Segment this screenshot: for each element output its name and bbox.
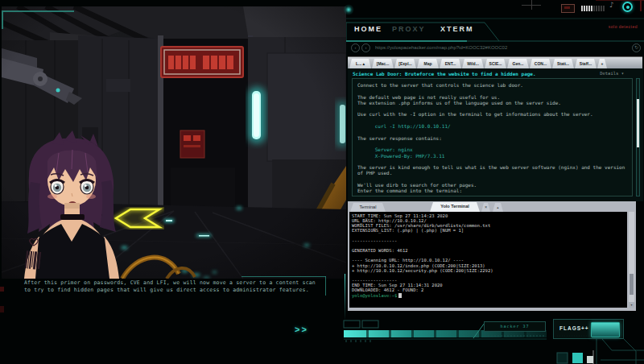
- terminal-window: Terminal Yolo Terminal × ▴ START_TIME: S…: [348, 201, 636, 311]
- url-bar: ‹ › https://yolospacehacker.com/map.php?…: [348, 42, 642, 55]
- browser-tab[interactable]: SCIE...: [485, 59, 506, 68]
- music-note-icon[interactable]: ♪: [609, 1, 614, 9]
- doc-line: Enter the command into the terminal:: [357, 188, 627, 193]
- terminal-output: START_TIME: Sun Sep 27 11:14:23 2020URL_…: [352, 213, 625, 293]
- circuit-square: [557, 353, 568, 363]
- doc-line: curl -I http://10.0.10.11/: [357, 123, 627, 129]
- subtitle-bracket-v: [325, 276, 326, 296]
- browser-tab[interactable]: Map: [417, 59, 439, 68]
- terminal-body[interactable]: START_TIME: Sun Sep 27 11:14:23 2020URL_…: [349, 212, 627, 308]
- terminal-cursor: [398, 293, 402, 298]
- tab-proxy[interactable]: PROXY: [392, 25, 426, 33]
- edge-mark: [0, 306, 4, 312]
- browser-tab[interactable]: [Expl...: [394, 59, 416, 68]
- browser-tab[interactable]: L... ▴: [349, 59, 371, 68]
- doc-line: X-Powered-By: PHP/7.3.11: [357, 153, 627, 159]
- doc-line: Use curl with the -I option in the termi…: [357, 111, 627, 117]
- doc-line: The server is kind enough to tell us wha…: [357, 164, 627, 176]
- terminal-prompt: yolo@yoloslave:~$: [352, 293, 625, 298]
- browser-tab[interactable]: +: [597, 59, 607, 68]
- browser-tab[interactable]: Staff...: [575, 59, 597, 68]
- doc-box: Connect to the server that controls the …: [352, 78, 633, 196]
- tab-home[interactable]: HOME: [354, 25, 382, 33]
- tab-xterm[interactable]: XTERM: [440, 25, 474, 33]
- reload-button[interactable]: ↻: [632, 43, 641, 52]
- browser-tab[interactable]: Gen...: [507, 59, 529, 68]
- volume-meter: [581, 6, 605, 11]
- browser-tab[interactable]: Stati...: [552, 59, 574, 68]
- browser-tab[interactable]: ENT...: [440, 59, 461, 68]
- browser-tab[interactable]: [Mac...: [372, 59, 394, 68]
- terminal-tab-active[interactable]: Yolo Terminal: [430, 202, 480, 212]
- flags-button[interactable]: [591, 322, 620, 337]
- browser-tab[interactable]: CON...: [530, 59, 551, 68]
- scene-viewport: [2, 6, 346, 279]
- terminal-scrollbar-thumb[interactable]: [630, 274, 634, 295]
- doc-line: Server: nginx: [357, 147, 627, 152]
- hacker-counter: hacker 37: [484, 321, 546, 332]
- corner-deco: [596, 0, 644, 1]
- nav-outline: [346, 18, 644, 43]
- back-button[interactable]: ‹: [351, 43, 360, 52]
- subtitle-bracket-h: [242, 276, 326, 277]
- doc-line: [357, 118, 627, 123]
- circuit-square-lit: [572, 353, 583, 363]
- screen-icon[interactable]: [561, 4, 575, 13]
- terminal-tab-inactive[interactable]: Terminal: [350, 203, 386, 212]
- terminal-tab-close[interactable]: ×: [481, 203, 490, 212]
- doc-line: The extension .php informs us of the lan…: [357, 100, 627, 105]
- crosshair-icon: [522, 5, 541, 6]
- flags-panel: FLAGS++: [553, 319, 624, 339]
- url-text[interactable]: https://yolospacehacker.com/map.php?id=K…: [375, 45, 617, 50]
- subtitle: After this primer on passwords, CVE and …: [24, 279, 325, 294]
- flags-label: FLAGS++: [559, 325, 589, 331]
- glow-dot: [343, 4, 354, 15]
- page-title: Science Lab Door: Bruteforce the website…: [353, 71, 594, 77]
- terminal-scroll-down-button[interactable]: ▾: [629, 302, 634, 308]
- browser-tab[interactable]: Wild...: [462, 59, 484, 68]
- doc-line: Connect to the server that controls the …: [357, 82, 627, 88]
- edge-mark: [0, 287, 4, 292]
- doc-line: The default web page is not really usefu…: [357, 94, 627, 100]
- doc-line: The server response contains:: [357, 135, 627, 141]
- doc-line: [357, 176, 627, 182]
- forward-button[interactable]: ›: [361, 43, 370, 52]
- browser-tabstrip: L... ▴[Mac...[Expl...MapENT...Wild...SCI…: [348, 56, 642, 68]
- settings-gear-icon[interactable]: [622, 2, 633, 12]
- doc-line: [357, 159, 627, 164]
- doc-line: [357, 105, 627, 111]
- details-toggle[interactable]: Details ▾: [600, 71, 624, 76]
- page-content: Science Lab Door: Bruteforce the website…: [348, 68, 643, 201]
- stage: After this primer on passwords, CVE and …: [0, 0, 644, 364]
- doc-line: [357, 129, 627, 134]
- terminal-tab-stub[interactable]: ▴: [493, 203, 503, 212]
- circuit-square-small: [587, 356, 593, 363]
- corner-deco: [640, 0, 642, 11]
- browser-panel: HOME PROXY XTERM solo detected ‹ › https…: [346, 18, 644, 201]
- doc-line: We'll use dirb to search for other pages…: [357, 182, 627, 188]
- doc-line: [357, 88, 627, 93]
- doc-line: [357, 141, 627, 147]
- doc-scrollbar-thumb[interactable]: [637, 99, 639, 147]
- alert-text: solo detected: [573, 24, 638, 29]
